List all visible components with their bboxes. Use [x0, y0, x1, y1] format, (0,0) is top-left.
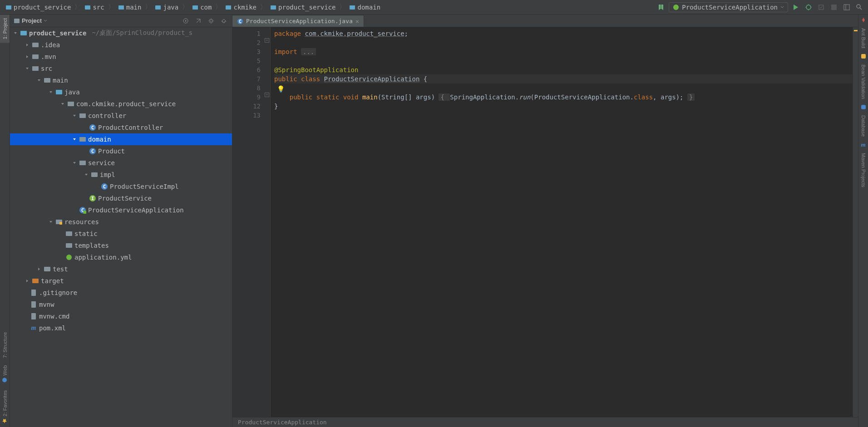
tool-structure-tab[interactable]: 7: Structure — [0, 329, 10, 362]
tool-project-tab[interactable]: 1: Project — [0, 15, 10, 43]
tree-productcontroller[interactable]: CProductController — [10, 122, 232, 133]
layout-icon[interactable] — [842, 2, 852, 12]
svg-rect-27 — [68, 102, 74, 106]
chevron-down-icon — [780, 5, 784, 9]
locate-icon[interactable] — [181, 16, 190, 25]
tree-pom[interactable]: mpom.xml — [10, 322, 232, 334]
tab-label: ProductServiceApplication.java — [246, 18, 353, 25]
gutter: 1 2 3 5 6 7 8 9 12 13 — [232, 27, 264, 417]
breadcrumb-6[interactable]: product_service — [268, 3, 337, 12]
svg-rect-11 — [831, 5, 837, 10]
tree-templates[interactable]: templates — [10, 240, 232, 251]
ant-icon[interactable] — [860, 16, 867, 24]
fold-toggle[interactable]: + — [265, 38, 269, 43]
collapse-icon[interactable] — [194, 16, 203, 25]
database-icon[interactable] — [860, 103, 867, 111]
svg-point-20 — [210, 20, 212, 22]
tree-appyml[interactable]: application.yml — [10, 251, 232, 263]
svg-rect-48 — [44, 267, 50, 271]
project-tree[interactable]: product_service~/桌面/SprinCloud/product_s… — [10, 27, 232, 427]
editor-tab[interactable]: C ProductServiceApplication.java × — [232, 15, 364, 27]
run-config-selector[interactable]: ProductServiceApplication — [669, 2, 788, 12]
breadcrumb-0[interactable]: product_service — [4, 3, 73, 12]
run-config-label: ProductServiceApplication — [682, 4, 778, 11]
hide-icon[interactable] — [219, 16, 228, 25]
breadcrumb-3[interactable]: java — [153, 3, 180, 12]
svg-rect-49 — [32, 279, 39, 283]
breadcrumb-1[interactable]: src — [83, 3, 106, 12]
build-icon[interactable] — [656, 2, 666, 12]
run-icon[interactable] — [791, 2, 801, 12]
tool-favorites-tab[interactable]: 2: Favorites — [0, 387, 10, 427]
breadcrumb-bar: product_service〉 src〉 main〉 java〉 com〉 c… — [4, 3, 656, 12]
svg-rect-31 — [79, 137, 86, 142]
svg-point-16 — [3, 378, 7, 383]
svg-point-19 — [185, 20, 187, 21]
tree-root[interactable]: product_service~/桌面/SprinCloud/product_s — [10, 27, 232, 39]
fold-column: + + — [264, 27, 271, 417]
tree-ps[interactable]: IProductService — [10, 192, 232, 204]
svg-rect-34 — [79, 161, 86, 165]
tree-impl[interactable]: impl — [10, 169, 232, 181]
stop-icon[interactable] — [829, 2, 839, 12]
tree-resources[interactable]: resources — [10, 216, 232, 228]
breadcrumb-5[interactable]: ckmike — [223, 3, 258, 12]
tree-mvn[interactable]: .mvn — [10, 51, 232, 63]
tree-gitignore[interactable]: .gitignore — [10, 287, 232, 299]
project-header: Project — [10, 15, 232, 27]
breadcrumb-7[interactable]: domain — [347, 3, 382, 12]
svg-rect-44 — [59, 222, 62, 225]
project-title[interactable]: Project — [14, 17, 47, 24]
gear-icon[interactable] — [207, 16, 216, 25]
lightbulb-icon[interactable]: 💡 — [277, 84, 285, 93]
svg-rect-3 — [155, 5, 161, 10]
svg-text:C: C — [91, 125, 94, 131]
breadcrumb-2[interactable]: main — [116, 3, 143, 12]
svg-rect-1 — [85, 5, 90, 10]
tree-target[interactable]: target — [10, 275, 232, 287]
tree-psimpl[interactable]: CProductServiceImpl — [10, 181, 232, 192]
svg-rect-7 — [350, 5, 355, 10]
tree-test[interactable]: test — [10, 263, 232, 275]
tree-product[interactable]: CProduct — [10, 145, 232, 157]
maven-icon[interactable]: m — [860, 141, 867, 148]
validation-icon[interactable] — [860, 53, 867, 60]
editor-breadcrumb[interactable]: ProductServiceApplication — [232, 417, 858, 427]
tree-idea[interactable]: .idea — [10, 39, 232, 51]
svg-rect-5 — [226, 5, 231, 10]
tree-mvnw[interactable]: mvnw — [10, 299, 232, 310]
svg-rect-52 — [31, 313, 36, 319]
coverage-icon[interactable] — [816, 2, 826, 12]
tree-mvnwcmd[interactable]: mvnw.cmd — [10, 310, 232, 322]
tree-src[interactable]: src — [10, 63, 232, 74]
close-icon[interactable]: × — [355, 18, 359, 25]
breadcrumb-4[interactable]: com — [190, 3, 213, 12]
tool-bean-tab[interactable]: Bean Validation — [860, 62, 867, 102]
tree-pkg[interactable]: com.ckmike.product_service — [10, 98, 232, 110]
svg-rect-28 — [79, 113, 86, 118]
svg-text:C: C — [103, 184, 106, 190]
svg-rect-21 — [20, 31, 27, 35]
svg-rect-6 — [271, 5, 276, 10]
tool-db-tab[interactable]: Database — [860, 113, 867, 139]
tree-domain[interactable]: domain — [10, 133, 232, 145]
tool-ant-tab[interactable]: Ant Build — [860, 25, 867, 51]
tool-web-tab[interactable]: Web — [0, 362, 10, 386]
tree-service[interactable]: service — [10, 157, 232, 169]
tool-maven-tab[interactable]: Maven Projects — [860, 150, 867, 190]
search-icon[interactable] — [854, 2, 864, 12]
tree-controller[interactable]: controller — [10, 110, 232, 122]
svg-rect-0 — [6, 5, 11, 10]
debug-icon[interactable] — [804, 2, 814, 12]
tree-java[interactable]: java — [10, 86, 232, 98]
svg-rect-17 — [14, 19, 20, 23]
code-area[interactable]: 💡 package com.ckmike.product_service; im… — [271, 27, 853, 417]
error-stripe[interactable] — [853, 27, 858, 417]
tree-main[interactable]: main — [10, 74, 232, 86]
tree-static[interactable]: static — [10, 228, 232, 240]
editor-body[interactable]: 1 2 3 5 6 7 8 9 12 13 + + 💡 packa — [232, 27, 858, 417]
class-icon: C — [237, 18, 243, 25]
fold-toggle[interactable]: + — [265, 93, 269, 97]
tree-psapp[interactable]: CProductServiceApplication — [10, 204, 232, 216]
svg-rect-26 — [56, 90, 62, 94]
